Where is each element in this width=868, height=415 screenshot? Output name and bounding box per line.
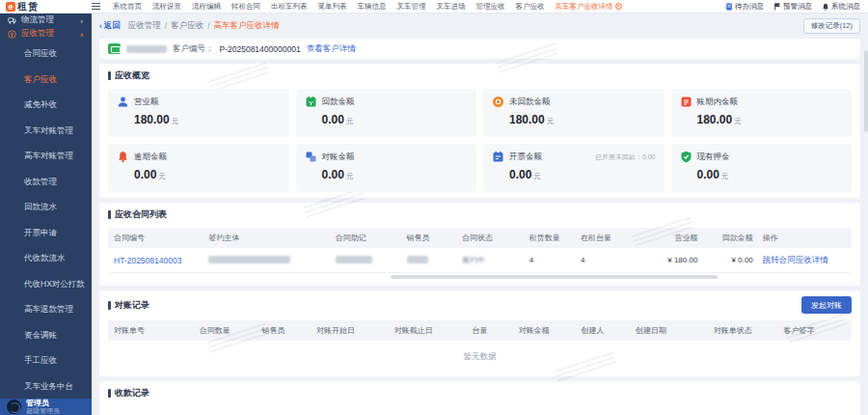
breadcrumb-item[interactable]: 客户应收 bbox=[171, 20, 203, 32]
sidebar-item-fund-adjust[interactable]: 资金调账 bbox=[0, 322, 92, 348]
edit-records-button[interactable]: 修改记录(12) bbox=[803, 18, 860, 34]
stat-label: 营业额 bbox=[134, 97, 159, 108]
warning-messages-label: 预警消息 bbox=[783, 2, 812, 12]
col-status: 合同状态 bbox=[462, 233, 529, 243]
top-bar: e 租赁 系统首页 流程设置 流程编辑 转租合同 出租车列表 菜单列表 车辆信息… bbox=[0, 0, 868, 14]
user-profile[interactable]: 管理员 超级管理员 bbox=[0, 399, 92, 415]
stat-card-reconciled-amount: 对账金额 0.00元 bbox=[296, 144, 477, 192]
app-logo: e 租赁 bbox=[0, 0, 92, 14]
horizontal-scrollbar[interactable] bbox=[391, 275, 718, 279]
contract-list-section: 应收合同列表 合同编号 签约主体 合同助记 销售员 合同状态 租赁数量 在租台量… bbox=[99, 203, 860, 286]
tab-item[interactable]: 流程编辑 bbox=[192, 2, 221, 12]
sidebar-group-label: 应收管理 bbox=[21, 28, 54, 40]
sidebar-group-logistics[interactable]: 物流管理 ∨ bbox=[0, 14, 92, 27]
stat-unit: 元 bbox=[346, 172, 354, 180]
salesperson-redacted bbox=[407, 256, 428, 263]
tab-item[interactable]: 出租车列表 bbox=[271, 2, 308, 12]
sidebar-item-highcar-refund[interactable]: 高车退款管理 bbox=[0, 296, 92, 322]
tab-item[interactable]: 管理应收 bbox=[476, 2, 505, 12]
view-customer-detail-link[interactable]: 查看客户详情 bbox=[307, 43, 356, 55]
vertical-scrollbar[interactable] bbox=[864, 50, 868, 132]
col-end-date: 对账截止日 bbox=[394, 325, 473, 336]
user-role: 超级管理员 bbox=[26, 407, 60, 415]
tab-item[interactable]: 流程设置 bbox=[152, 2, 181, 12]
logo-mark: e bbox=[6, 2, 15, 12]
sidebar-item-customer-receivable[interactable]: 客户应收 bbox=[0, 67, 92, 93]
col-payback: 回款金额 bbox=[707, 233, 762, 243]
todo-messages-button[interactable]: 待办消息 bbox=[725, 2, 764, 12]
contract-no-link[interactable]: HT-202508140003 bbox=[114, 256, 208, 265]
stat-card-deposit: 现有押金 0.00元 bbox=[671, 144, 853, 192]
sidebar-item-agency-flow[interactable]: 代收款流水 bbox=[0, 245, 92, 271]
stat-unit: 元 bbox=[721, 172, 729, 180]
stat-unit: 元 bbox=[346, 117, 354, 125]
stat-unit: 元 bbox=[158, 172, 166, 180]
tab-item[interactable]: 菜单列表 bbox=[318, 2, 347, 12]
goto-contract-detail-link[interactable]: 跳转合同应收详情 bbox=[763, 255, 846, 266]
reconciliation-title: 对账记录 bbox=[115, 299, 149, 312]
active-tab-label: 高车客户应收详情 bbox=[556, 2, 613, 12]
sidebar-item-collection-mgmt[interactable]: 收款管理 bbox=[0, 169, 92, 195]
stat-unit: 元 bbox=[734, 117, 742, 125]
receivable-overview-section: 应收概览 营业额 180.00元 bbox=[99, 64, 860, 198]
bell-icon bbox=[822, 3, 829, 11]
sidebar-item-contract-receivable[interactable]: 合同应收 bbox=[0, 41, 92, 67]
invoice-icon bbox=[492, 151, 504, 163]
customer-name-redacted bbox=[126, 45, 167, 53]
sidebar-item-forklift-reconcile[interactable]: 叉车对账管理 bbox=[0, 118, 92, 144]
app-window: e 租赁 系统首页 流程设置 流程编辑 转租合同 出租车列表 菜单列表 车辆信息… bbox=[0, 0, 868, 415]
title-bar-decoration bbox=[108, 389, 111, 398]
col-contract-no: 合同编号 bbox=[114, 233, 208, 243]
overview-title: 应收概览 bbox=[115, 69, 149, 82]
sidebar-group-receivables[interactable]: 应收管理 ∧ bbox=[0, 27, 92, 41]
warning-messages-button[interactable]: 预警消息 bbox=[773, 2, 812, 12]
tab-item-active[interactable]: 高车客户应收详情 ✕ bbox=[556, 2, 622, 12]
sidebar-item-invoice-apply[interactable]: 开票申请 bbox=[0, 220, 92, 246]
stat-value: 180.00 bbox=[509, 113, 545, 126]
receivable-icon bbox=[8, 30, 16, 39]
logo-text: 租赁 bbox=[17, 0, 39, 14]
back-button[interactable]: ‹ 返回 bbox=[99, 20, 121, 32]
contracts-title: 应收合同列表 bbox=[115, 208, 167, 221]
user-name: 管理员 bbox=[26, 399, 60, 407]
col-on-rent-qty: 在租台量 bbox=[581, 233, 636, 243]
payback-value: ¥ 0.00 bbox=[707, 256, 762, 264]
revenue-value: ¥ 180.00 bbox=[637, 256, 708, 264]
sidebar-item-highcar-reconcile[interactable]: 高车对账管理 bbox=[0, 143, 92, 169]
tab-item[interactable]: 客户应收 bbox=[516, 2, 545, 12]
breadcrumb-item[interactable]: 应收管理 bbox=[128, 20, 161, 32]
tab-item[interactable]: 系统首页 bbox=[113, 2, 142, 12]
sidebar-item-payback-flow[interactable]: 回款流水 bbox=[0, 194, 92, 220]
sidebar-item-forklift-platform[interactable]: 叉车业务中台 bbox=[0, 374, 92, 400]
contracts-table-header: 合同编号 签约主体 合同助记 销售员 合同状态 租赁数量 在租台量 营业额 回款… bbox=[108, 228, 852, 248]
sidebar-group-label: 物流管理 bbox=[21, 14, 54, 26]
section-title: 对账记录 bbox=[108, 299, 149, 312]
on-rent-qty: 4 bbox=[581, 256, 636, 264]
invoiced-unpaid-note: 已开票未回款：0.00 bbox=[595, 152, 656, 162]
hamburger-icon[interactable] bbox=[92, 3, 100, 10]
title-bar-decoration bbox=[108, 71, 111, 80]
bill-icon bbox=[680, 96, 692, 108]
col-recon-amount: 对账金额 bbox=[519, 325, 582, 336]
system-messages-button[interactable]: 系统消息 bbox=[822, 2, 860, 12]
todo-messages-label: 待办消息 bbox=[735, 2, 764, 12]
chevron-down-icon: ∨ bbox=[80, 17, 84, 24]
tab-item[interactable]: 车辆信息 bbox=[358, 2, 387, 12]
sidebar-item-relief[interactable]: 减免补收 bbox=[0, 92, 92, 118]
close-icon[interactable]: ✕ bbox=[615, 3, 622, 10]
avatar bbox=[7, 400, 21, 414]
tab-item[interactable]: 转租合同 bbox=[231, 2, 260, 12]
coin-icon bbox=[492, 96, 504, 108]
start-reconciliation-button[interactable]: 发起对账 bbox=[801, 296, 852, 314]
tab-item[interactable]: 叉车进场 bbox=[437, 2, 466, 12]
stat-value: 180.00 bbox=[134, 113, 170, 126]
col-unit-count: 台量 bbox=[472, 325, 518, 336]
customer-header: 客户编号： P-2025081400000001 查看客户详情 bbox=[99, 39, 860, 59]
sidebar-item-manual-receivable[interactable]: 手工应收 bbox=[0, 347, 92, 374]
stat-unit: 元 bbox=[547, 117, 555, 125]
alarm-icon bbox=[117, 151, 129, 163]
sidebar-item-agency-hx-payment[interactable]: 代收HX对公打款 bbox=[0, 271, 92, 297]
tab-item[interactable]: 叉车管理 bbox=[397, 2, 426, 12]
col-customer-sign: 客户签字 bbox=[783, 325, 846, 336]
topbar-message-area: 待办消息 预警消息 系统消息 bbox=[718, 2, 868, 12]
